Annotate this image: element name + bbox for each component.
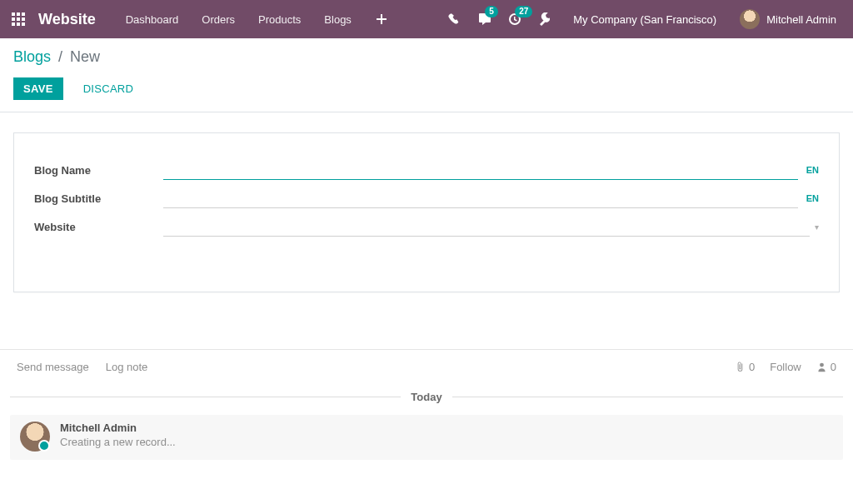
field-row-subtitle: Blog Subtitle EN	[34, 188, 819, 208]
thread-date-separator: Today	[10, 391, 843, 403]
message-author: Mitchell Admin	[60, 422, 176, 434]
control-panel: Blogs / New SAVE DISCARD	[0, 38, 853, 112]
nav-menu: Dashboard Orders Products Blogs	[114, 0, 400, 38]
apps-icon[interactable]	[12, 12, 25, 26]
chatter-topbar-right: 0 Follow 0	[735, 361, 836, 373]
message-text: Creating a new record...	[60, 436, 176, 448]
user-name: Mitchell Admin	[766, 13, 836, 26]
plus-icon	[375, 12, 388, 26]
systray: 5 27	[440, 0, 560, 38]
follow-button[interactable]: Follow	[770, 361, 801, 373]
sep-line-right	[452, 397, 843, 397]
user-avatar-icon	[740, 9, 760, 29]
app-brand[interactable]: Website	[38, 11, 96, 28]
nav-new-content[interactable]	[363, 0, 400, 38]
breadcrumb-sep: /	[58, 48, 62, 65]
activities-tray[interactable]: 27	[500, 0, 530, 38]
attachments-count: 0	[749, 361, 755, 373]
field-blog-name: EN	[163, 160, 819, 180]
send-message-tab[interactable]: Send message	[17, 361, 89, 373]
main-navbar: Website Dashboard Orders Products Blogs …	[0, 0, 853, 38]
message-avatar-icon	[20, 422, 50, 452]
phone-icon	[448, 12, 461, 26]
follow-label: Follow	[770, 361, 801, 373]
company-switcher[interactable]: My Company (San Francisco)	[560, 13, 730, 26]
control-panel-buttons: SAVE DISCARD	[13, 77, 840, 100]
field-blog-subtitle: EN	[163, 188, 819, 208]
chatter-topbar: Send message Log note 0 Follow 0	[5, 350, 848, 384]
nav-blogs[interactable]: Blogs	[312, 0, 363, 38]
navbar-right: 5 27 My Company (San Francisco) Mitchell…	[440, 0, 841, 38]
debug-tray[interactable]	[530, 0, 560, 38]
message-body: Mitchell Admin Creating a new record...	[60, 422, 176, 448]
blog-subtitle-input[interactable]	[163, 188, 798, 208]
wrench-icon	[538, 12, 551, 26]
log-note-tab[interactable]: Log note	[106, 361, 148, 373]
lang-badge-subtitle[interactable]: EN	[806, 193, 819, 203]
breadcrumb-current: New	[70, 48, 100, 65]
message-item: Mitchell Admin Creating a new record...	[10, 415, 843, 460]
form-view: Blog Name EN Blog Subtitle EN Website ▾	[0, 112, 853, 292]
paperclip-icon	[735, 362, 746, 372]
field-row-name: Blog Name EN	[34, 160, 819, 180]
attachments-button[interactable]: 0	[735, 361, 755, 373]
nav-orders[interactable]: Orders	[190, 0, 247, 38]
nav-dashboard[interactable]: Dashboard	[114, 0, 191, 38]
chevron-down-icon: ▾	[815, 222, 819, 232]
form-sheet: Blog Name EN Blog Subtitle EN Website ▾	[13, 132, 840, 292]
breadcrumb: Blogs / New	[13, 48, 840, 66]
blog-name-input[interactable]	[163, 160, 798, 180]
lang-badge-name[interactable]: EN	[806, 165, 819, 175]
followers-button[interactable]: 0	[816, 361, 836, 373]
phone-tray[interactable]	[440, 0, 470, 38]
sep-label: Today	[401, 391, 451, 403]
navbar-left: Website Dashboard Orders Products Blogs	[12, 0, 400, 38]
chatter: Send message Log note 0 Follow 0 Today M…	[0, 349, 853, 460]
save-button[interactable]: SAVE	[13, 77, 63, 100]
breadcrumb-parent[interactable]: Blogs	[13, 48, 51, 65]
label-website: Website	[34, 221, 163, 233]
discard-button[interactable]: DISCARD	[73, 77, 144, 100]
label-blog-subtitle: Blog Subtitle	[34, 192, 163, 205]
sep-line-left	[10, 397, 401, 397]
messages-badge: 5	[485, 6, 498, 17]
user-icon	[816, 362, 827, 372]
user-menu[interactable]: Mitchell Admin	[730, 9, 841, 29]
messages-tray[interactable]: 5	[470, 0, 500, 38]
label-blog-name: Blog Name	[34, 164, 163, 177]
nav-products[interactable]: Products	[247, 0, 312, 38]
field-row-website: Website ▾	[34, 217, 819, 237]
website-select[interactable]	[163, 217, 810, 237]
field-website: ▾	[163, 217, 819, 237]
followers-count: 0	[831, 361, 836, 373]
